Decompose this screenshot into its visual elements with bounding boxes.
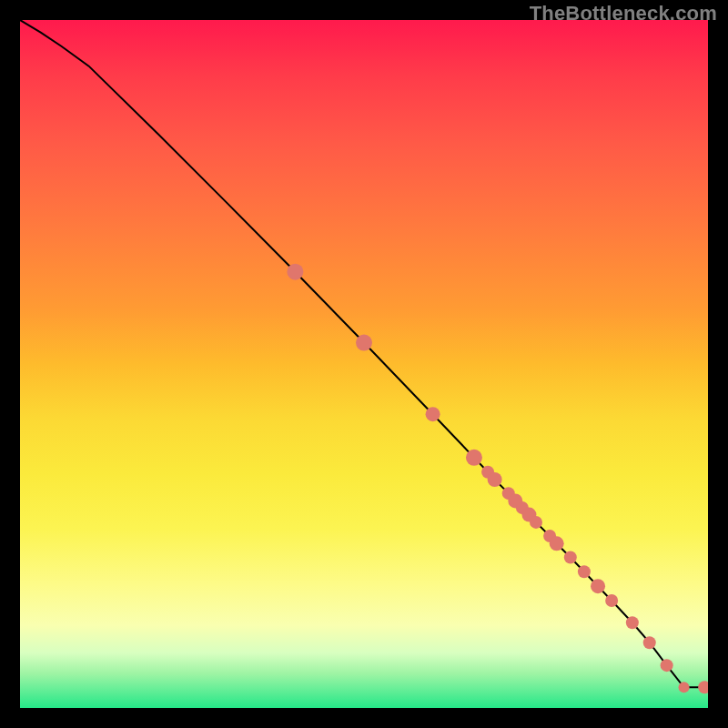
series-marker (643, 636, 656, 649)
series-marker (605, 594, 618, 607)
series-marker (578, 565, 591, 578)
series-marker (287, 264, 303, 280)
series-marker (488, 472, 502, 487)
chart-svg (20, 20, 708, 708)
series-marker (426, 407, 440, 421)
series-marker (698, 681, 708, 693)
series-marker (466, 450, 482, 466)
chart-stage: TheBottleneck.com (0, 0, 728, 728)
series-marker (530, 516, 542, 529)
series-marker (661, 659, 673, 672)
series-marker (591, 579, 605, 593)
watermark-text: TheBottleneck.com (530, 2, 717, 25)
series-marker (626, 616, 639, 629)
series-marker (564, 551, 577, 563)
series-marker (679, 682, 690, 693)
series-marker (550, 536, 564, 551)
series-marker (356, 335, 372, 351)
